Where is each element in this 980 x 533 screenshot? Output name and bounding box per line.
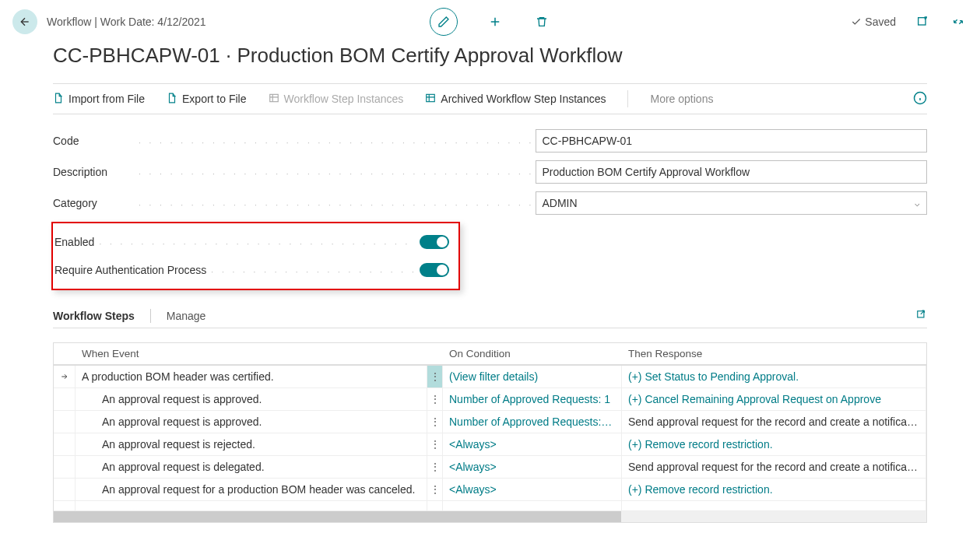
import-icon	[53, 93, 64, 106]
table-row[interactable]: An approval request is approved.⋮Number …	[54, 388, 926, 411]
description-label: Description	[53, 166, 139, 178]
workflow-step-instances[interactable]: Workflow Step Instances	[269, 93, 404, 106]
response-cell[interactable]: (+) Set Status to Pending Approval.	[622, 366, 926, 387]
row-menu-icon[interactable]: ⋮	[427, 366, 443, 387]
condition-cell[interactable]: <Always>	[443, 456, 622, 478]
require-auth-toggle[interactable]	[420, 263, 449, 277]
highlighted-toggle-group: Enabled · · · · · · · · · · · · · · · · …	[51, 222, 460, 290]
description-field[interactable]	[536, 160, 928, 184]
col-header-event[interactable]: When Event	[76, 343, 427, 365]
row-menu-icon[interactable]: ⋮	[427, 433, 443, 455]
condition-cell[interactable]: <Always>	[443, 479, 622, 500]
condition-cell[interactable]: (View filter details)	[443, 366, 622, 387]
code-field[interactable]	[536, 129, 928, 153]
collapse-icon[interactable]	[949, 12, 968, 31]
svg-rect-2	[427, 94, 435, 101]
row-selected-arrow-icon	[54, 366, 76, 387]
condition-cell[interactable]: Number of Approved Requests: <1	[443, 411, 622, 433]
chevron-down-icon: ⌵	[915, 198, 920, 209]
table-row[interactable]: A production BOM header was certified.⋮(…	[54, 366, 926, 388]
code-label: Code	[53, 135, 139, 147]
event-cell[interactable]: An approval request is approved.	[76, 411, 427, 433]
import-from-file[interactable]: Import from File	[53, 93, 145, 106]
category-label: Category	[53, 197, 139, 209]
svg-rect-0	[919, 18, 926, 25]
category-select[interactable]: ADMIN ⌵	[536, 191, 928, 215]
table-empty-row	[54, 501, 926, 511]
back-button[interactable]	[12, 9, 37, 34]
event-cell[interactable]: An approval request for a production BOM…	[76, 479, 427, 500]
table-row[interactable]: An approval request is delegated.⋮<Alway…	[54, 456, 926, 479]
condition-cell[interactable]: Number of Approved Requests: 1	[443, 388, 622, 410]
event-cell[interactable]: An approval request is rejected.	[76, 433, 427, 455]
table-row[interactable]: An approval request is rejected.⋮<Always…	[54, 433, 926, 456]
new-button[interactable]	[486, 12, 504, 31]
event-cell[interactable]: A production BOM header was certified.	[76, 366, 427, 387]
col-header-condition[interactable]: On Condition	[443, 343, 622, 365]
response-cell[interactable]: (+) Cancel Remaining Approval Request on…	[622, 388, 926, 410]
export-to-file[interactable]: Export to File	[167, 93, 246, 106]
table-row[interactable]: An approval request is approved.⋮Number …	[54, 411, 926, 433]
separator	[627, 90, 628, 107]
workflow-steps-title: Workflow Steps	[53, 310, 135, 322]
event-cell[interactable]: An approval request is approved.	[76, 388, 427, 410]
table-icon	[269, 93, 279, 106]
response-cell[interactable]: (+) Remove record restriction.	[622, 433, 926, 455]
row-menu-icon[interactable]: ⋮	[427, 411, 443, 433]
horizontal-scrollbar[interactable]	[54, 511, 926, 522]
more-options[interactable]: More options	[650, 93, 713, 105]
svg-rect-1	[269, 94, 278, 101]
page-title: CC-PBHCAPW-01 · Production BOM Certify A…	[0, 40, 980, 83]
response-cell[interactable]: Send approval request for the record and…	[622, 456, 926, 478]
event-cell[interactable]: An approval request is delegated.	[76, 456, 427, 478]
workflow-steps-table: When Event On Condition Then Response A …	[53, 342, 927, 523]
row-menu-icon[interactable]: ⋮	[427, 388, 443, 410]
breadcrumb: Workflow | Work Date: 4/12/2021	[47, 16, 206, 28]
enabled-toggle[interactable]	[420, 235, 449, 249]
export-icon	[167, 93, 177, 106]
row-menu-icon[interactable]: ⋮	[427, 456, 443, 478]
archived-workflow-step-instances[interactable]: Archived Workflow Step Instances	[425, 93, 606, 106]
manage-link[interactable]: Manage	[167, 310, 206, 322]
require-auth-label: Require Authentication Process	[54, 264, 211, 276]
response-cell[interactable]: Send approval request for the record and…	[622, 411, 926, 433]
col-header-response[interactable]: Then Response	[622, 343, 926, 365]
popout-icon[interactable]	[913, 12, 932, 31]
row-menu-icon[interactable]: ⋮	[427, 479, 443, 500]
table-icon	[425, 93, 436, 106]
saved-label: Saved	[865, 16, 896, 28]
response-cell[interactable]: (+) Remove record restriction.	[622, 479, 926, 500]
expand-section-icon[interactable]	[916, 310, 927, 323]
edit-button[interactable]	[430, 8, 458, 36]
table-row[interactable]: An approval request for a production BOM…	[54, 479, 926, 501]
info-icon[interactable]	[913, 91, 927, 107]
delete-button[interactable]	[532, 12, 551, 31]
condition-cell[interactable]: <Always>	[443, 433, 622, 455]
enabled-label: Enabled	[54, 236, 99, 248]
save-status: Saved	[851, 16, 896, 28]
